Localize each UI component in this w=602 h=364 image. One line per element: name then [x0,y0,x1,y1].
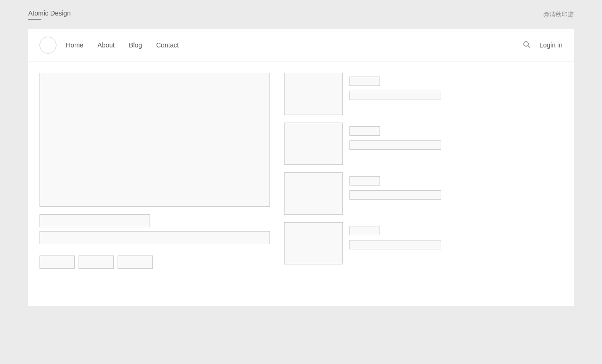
nav-link-about[interactable]: About [97,41,115,49]
article-subtitle [40,231,270,244]
card-description [349,240,441,249]
card-info [349,222,562,249]
card-title [349,176,380,186]
card-list [284,73,562,264]
card-item [284,172,562,215]
card-title [349,226,380,235]
login-button[interactable]: Login in [539,41,562,49]
card-item [284,73,562,115]
hero-image [40,73,270,207]
button-2[interactable] [79,256,114,269]
svg-line-1 [528,46,530,48]
logo[interactable] [40,37,56,54]
card-thumbnail [284,73,343,115]
article-title [40,214,150,227]
card-item [284,123,562,165]
card-title [349,77,380,86]
card-description [349,91,441,100]
content-area [28,62,574,280]
attribution: @清秋印迹 [543,10,574,19]
search-icon[interactable] [523,41,530,49]
button-3[interactable] [118,256,153,269]
left-column [40,73,270,269]
top-bar: Atomic Design @清秋印迹 [0,0,602,24]
card-thumbnail [284,123,343,165]
card-info [349,123,562,150]
brand-underline [28,19,41,20]
brand-title: Atomic Design [28,9,71,17]
nav-links: Home About Blog Contact [66,41,523,49]
main-container: Home About Blog Contact Login in [28,29,574,306]
card-item [284,222,562,264]
button-1[interactable] [40,256,75,269]
card-description [349,140,441,150]
right-column [284,73,562,269]
nav-link-home[interactable]: Home [66,41,83,49]
card-description [349,190,441,200]
card-info [349,172,562,200]
navbar: Home About Blog Contact Login in [28,29,574,62]
nav-link-blog[interactable]: Blog [129,41,142,49]
nav-actions: Login in [523,41,562,49]
nav-link-contact[interactable]: Contact [156,41,179,49]
action-buttons [40,256,270,269]
brand-section: Atomic Design [28,9,71,20]
card-info [349,73,562,100]
card-thumbnail [284,222,343,264]
card-title [349,126,380,136]
card-thumbnail [284,172,343,215]
